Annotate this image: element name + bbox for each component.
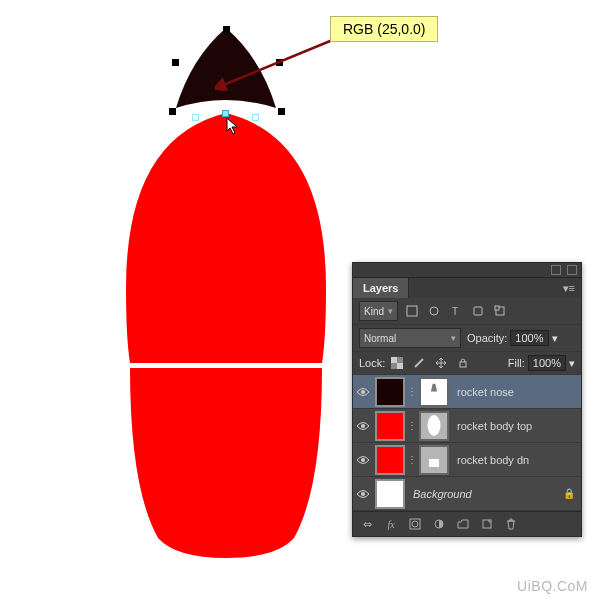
layer-name[interactable]: rocket body top (451, 420, 581, 432)
opacity-value[interactable]: 100% (510, 330, 548, 346)
close-icon (567, 265, 577, 275)
lock-all-icon[interactable] (455, 355, 471, 371)
layers-panel: Layers ▾≡ Kind ▾ T Normal ▾ Opacity: (352, 262, 582, 537)
layer-thumb[interactable] (375, 377, 405, 407)
layer-row[interactable]: ⋮ rocket nose (353, 375, 581, 409)
mask-thumb[interactable] (419, 411, 449, 441)
filter-adjust-icon[interactable] (426, 303, 442, 319)
layer-filter-row: Kind ▾ T (353, 298, 581, 325)
layer-thumb[interactable] (375, 411, 405, 441)
link-icon: ⋮ (407, 454, 417, 465)
filter-kind-dropdown[interactable]: Kind ▾ (359, 301, 398, 321)
layer-name[interactable]: Background (407, 488, 581, 500)
callout-arrow (215, 36, 345, 96)
svg-point-2 (430, 307, 438, 315)
link-icon: ⋮ (407, 386, 417, 397)
layer-name[interactable]: rocket nose (451, 386, 581, 398)
panel-menu-icon[interactable]: ▾≡ (557, 282, 581, 295)
svg-point-16 (412, 521, 418, 527)
direction-handle[interactable] (192, 114, 199, 121)
opacity-label: Opacity: (467, 332, 507, 344)
lock-transparent-icon[interactable] (389, 355, 405, 371)
fill-value[interactable]: 100% (528, 355, 566, 371)
layer-row[interactable]: ⋮ rocket body dn (353, 443, 581, 477)
transform-handle[interactable] (172, 59, 179, 66)
chevron-down-icon[interactable]: ▾ (569, 357, 575, 370)
chevron-down-icon: ▾ (388, 306, 393, 316)
blend-mode-value: Normal (364, 333, 396, 344)
visibility-toggle[interactable] (353, 455, 373, 465)
watermark: UiBQ.CoM (517, 578, 588, 594)
lock-paint-icon[interactable] (411, 355, 427, 371)
svg-line-0 (221, 39, 335, 86)
rocket-body-top-shape (126, 113, 326, 363)
panel-collapse-bar[interactable] (353, 263, 581, 278)
svg-point-13 (361, 458, 365, 462)
delete-layer-icon[interactable] (503, 516, 519, 532)
mask-thumb[interactable] (419, 377, 449, 407)
blend-mode-dropdown[interactable]: Normal ▾ (359, 328, 461, 348)
layer-row[interactable]: ⋮ rocket body top (353, 409, 581, 443)
svg-text:T: T (452, 306, 458, 317)
rocket-body-dn-shape (130, 368, 322, 558)
rgb-callout: RGB (25,0.0) (330, 16, 438, 42)
lock-label: Lock: (359, 357, 385, 369)
filter-type-icon[interactable]: T (448, 303, 464, 319)
filter-shape-icon[interactable] (470, 303, 486, 319)
transform-handle[interactable] (223, 26, 230, 33)
layer-list: ⋮ rocket nose ⋮ rocket body top ⋮ rocket… (353, 375, 581, 511)
layer-mask-icon[interactable] (407, 516, 423, 532)
link-layers-icon[interactable]: ⇔ (359, 516, 375, 532)
lock-icon: 🔒 (563, 488, 575, 499)
layer-thumb[interactable] (375, 445, 405, 475)
blend-opacity-row: Normal ▾ Opacity: 100% ▾ (353, 325, 581, 352)
transform-handle[interactable] (169, 108, 176, 115)
filter-smart-icon[interactable] (492, 303, 508, 319)
filter-kind-label: Kind (364, 306, 384, 317)
lock-fill-row: Lock: Fill: 100% ▾ (353, 352, 581, 375)
svg-rect-10 (460, 362, 466, 367)
chevron-down-icon: ▾ (451, 333, 456, 343)
svg-rect-6 (495, 306, 499, 310)
fill-label: Fill: (508, 357, 525, 369)
transform-handle[interactable] (278, 108, 285, 115)
svg-point-11 (361, 390, 365, 394)
svg-rect-18 (483, 520, 491, 528)
new-layer-icon[interactable] (479, 516, 495, 532)
layer-fx-icon[interactable]: fx (383, 516, 399, 532)
layer-thumb[interactable] (375, 479, 405, 509)
group-icon[interactable] (455, 516, 471, 532)
anchor-point[interactable] (222, 110, 229, 117)
chevron-down-icon[interactable]: ▾ (552, 332, 558, 345)
svg-rect-9 (397, 363, 403, 369)
svg-rect-1 (407, 306, 417, 316)
visibility-toggle[interactable] (353, 421, 373, 431)
svg-point-12 (361, 424, 365, 428)
link-icon: ⋮ (407, 420, 417, 431)
visibility-toggle[interactable] (353, 489, 373, 499)
collapse-icon (551, 265, 561, 275)
visibility-toggle[interactable] (353, 387, 373, 397)
callout-label: RGB (25,0.0) (330, 16, 438, 42)
adjustment-layer-icon[interactable] (431, 516, 447, 532)
canvas: RGB (25,0.0) Layers ▾≡ Kind ▾ T (0, 0, 600, 600)
svg-point-14 (361, 492, 365, 496)
lock-move-icon[interactable] (433, 355, 449, 371)
layer-row[interactable]: Background 🔒 (353, 477, 581, 511)
arrow-cursor-icon (226, 117, 240, 135)
svg-rect-8 (391, 357, 397, 363)
mask-thumb[interactable] (419, 445, 449, 475)
direction-handle[interactable] (252, 114, 259, 121)
svg-rect-4 (474, 307, 482, 315)
layers-tab[interactable]: Layers (353, 278, 409, 298)
filter-pixel-icon[interactable] (404, 303, 420, 319)
layer-name[interactable]: rocket body dn (451, 454, 581, 466)
panel-footer: ⇔ fx (353, 511, 581, 536)
